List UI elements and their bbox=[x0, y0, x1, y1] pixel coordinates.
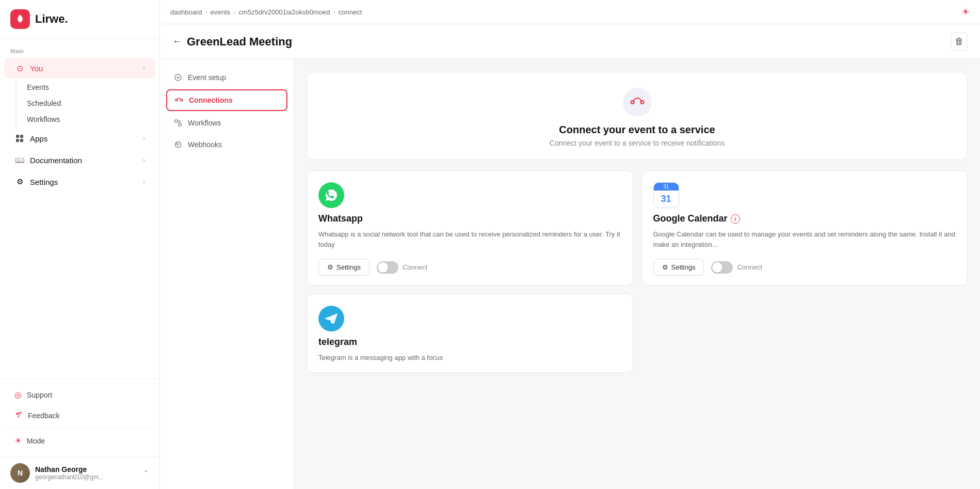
svg-rect-2 bbox=[20, 135, 23, 138]
sidebar-item-mode[interactable]: ☀ Mode bbox=[4, 428, 155, 451]
telegram-name: telegram bbox=[318, 337, 621, 348]
whatsapp-settings-button[interactable]: ⚙ Settings bbox=[318, 259, 369, 276]
whatsapp-connect-label: Connect bbox=[403, 263, 427, 271]
svg-point-7 bbox=[175, 99, 178, 101]
svg-point-14 bbox=[640, 101, 644, 104]
you-icon: ⊙ bbox=[14, 63, 25, 73]
svg-point-8 bbox=[181, 99, 183, 101]
workflows-icon bbox=[173, 118, 183, 128]
left-nav-connections-label: Connections bbox=[189, 96, 233, 104]
settings-chevron: › bbox=[143, 178, 145, 185]
logo-icon bbox=[10, 9, 30, 29]
content-area: Event setup Connections bbox=[160, 59, 980, 489]
gcal-name: Google Calendar i bbox=[653, 213, 956, 224]
support-icon: ◎ bbox=[14, 390, 22, 400]
left-nav-webhooks-label: Webhooks bbox=[188, 140, 222, 149]
breadcrumb-sep-2: › bbox=[233, 8, 235, 16]
apps-chevron: › bbox=[143, 135, 145, 142]
sidebar-bottom: ◎ Support Feedback ☀ Mode bbox=[0, 378, 159, 456]
user-avatar: N bbox=[10, 463, 30, 483]
sidebar-mode-label: Mode bbox=[27, 437, 45, 445]
user-section[interactable]: N Nathan George georgenathan010@gm... ⌃ bbox=[0, 456, 159, 489]
sidebar-item-you[interactable]: ⊙ You › bbox=[4, 58, 155, 78]
sidebar-apps-label: Apps bbox=[30, 134, 138, 143]
gcal-connect-action: Connect bbox=[711, 261, 762, 274]
user-expand-icon: ⌃ bbox=[143, 469, 149, 477]
you-sub-group: Events Scheduled Workflows bbox=[0, 79, 159, 128]
delete-button[interactable]: 🗑 bbox=[951, 33, 968, 51]
svg-point-0 bbox=[19, 18, 22, 21]
sidebar-main-label: Main bbox=[0, 39, 159, 57]
sidebar-logo: Lirwe. bbox=[0, 0, 159, 39]
webhooks-icon bbox=[173, 140, 183, 149]
connect-title: Connect your event to a service bbox=[317, 124, 957, 136]
doc-chevron: › bbox=[143, 156, 145, 164]
whatsapp-desc: Whatsapp is a social network tool that c… bbox=[318, 229, 621, 249]
svg-point-6 bbox=[177, 76, 179, 78]
whatsapp-connect-action: Connect bbox=[377, 261, 427, 274]
documentation-icon: 📖 bbox=[14, 155, 25, 165]
breadcrumb-dashboard[interactable]: dashboard bbox=[170, 8, 202, 16]
breadcrumb-events[interactable]: events bbox=[211, 8, 230, 16]
gcal-connect-label: Connect bbox=[737, 263, 762, 271]
telegram-card: telegram Telegram is a messaging app wit… bbox=[307, 294, 633, 373]
svg-point-13 bbox=[631, 101, 634, 104]
apps-icon bbox=[14, 133, 25, 144]
telegram-desc: Telegram is a messaging app with a focus bbox=[318, 353, 621, 363]
breadcrumb-sep-1: › bbox=[205, 8, 207, 16]
sidebar-item-workflows[interactable]: Workflows bbox=[4, 112, 155, 127]
sidebar-item-feedback[interactable]: Feedback bbox=[4, 405, 155, 426]
telegram-icon bbox=[318, 306, 344, 332]
services-grid: Whatsapp Whatsapp is a social network to… bbox=[307, 170, 968, 373]
left-nav-webhooks[interactable]: Webhooks bbox=[166, 135, 287, 154]
logo-text: Lirwe. bbox=[35, 12, 68, 26]
sidebar: Lirwe. Main ⊙ You › Events Scheduled Wor… bbox=[0, 0, 160, 489]
gcal-settings-gear-icon: ⚙ bbox=[662, 263, 668, 271]
whatsapp-name: Whatsapp bbox=[318, 213, 621, 224]
sidebar-feedback-label: Feedback bbox=[28, 412, 59, 420]
mode-icon: ☀ bbox=[14, 436, 22, 446]
connect-icon-wrap bbox=[623, 88, 652, 117]
connect-header: Connect your event to a service Connect … bbox=[307, 72, 968, 160]
left-nav-workflows-label: Workflows bbox=[188, 119, 221, 127]
sidebar-support-label: Support bbox=[27, 391, 52, 399]
left-nav-workflows[interactable]: Workflows bbox=[166, 113, 287, 133]
left-nav-event-setup-label: Event setup bbox=[188, 73, 226, 82]
breadcrumb-connect[interactable]: connect bbox=[339, 8, 362, 16]
theme-toggle-icon[interactable]: ☀ bbox=[961, 6, 970, 18]
breadcrumb: dashboard › events › cm5z5drv20001ia2okv… bbox=[170, 8, 362, 16]
sidebar-item-settings[interactable]: ⚙ Settings › bbox=[4, 171, 155, 192]
gcal-body: 31 bbox=[654, 191, 679, 208]
feedback-icon bbox=[14, 411, 23, 421]
connections-icon bbox=[174, 96, 184, 105]
google-calendar-card: 31 31 Google Calendar i Google Calendar … bbox=[641, 170, 968, 286]
page-header: ← GreenLead Meeting 🗑 bbox=[160, 24, 980, 59]
gcal-toggle[interactable] bbox=[711, 261, 733, 274]
left-nav-event-setup[interactable]: Event setup bbox=[166, 68, 287, 87]
svg-rect-4 bbox=[20, 139, 23, 142]
sidebar-item-documentation[interactable]: 📖 Documentation › bbox=[4, 150, 155, 170]
breadcrumb-sep-3: › bbox=[333, 8, 335, 16]
svg-point-12 bbox=[178, 144, 179, 146]
sidebar-item-support[interactable]: ◎ Support bbox=[4, 385, 155, 405]
gcal-top-bar: 31 bbox=[654, 183, 679, 191]
sidebar-item-events[interactable]: Events bbox=[4, 80, 155, 95]
sidebar-item-apps[interactable]: Apps › bbox=[4, 128, 155, 149]
gcal-icon: 31 31 bbox=[653, 182, 679, 208]
sidebar-doc-label: Documentation bbox=[30, 156, 138, 165]
page-header-left: ← GreenLead Meeting bbox=[172, 35, 292, 49]
left-nav: Event setup Connections bbox=[160, 59, 294, 489]
whatsapp-toggle[interactable] bbox=[377, 261, 398, 274]
back-button[interactable]: ← bbox=[172, 36, 182, 47]
event-setup-icon bbox=[173, 73, 183, 82]
breadcrumb-event-id[interactable]: cm5z5drv20001ia2okvb0moed bbox=[238, 8, 330, 16]
user-email: georgenathan010@gm... bbox=[35, 474, 138, 481]
gcal-info-icon[interactable]: i bbox=[731, 214, 740, 224]
cards-area: Connect your event to a service Connect … bbox=[294, 59, 980, 489]
gcal-settings-button[interactable]: ⚙ Settings bbox=[653, 259, 704, 276]
you-chevron: › bbox=[143, 65, 145, 72]
left-nav-connections[interactable]: Connections bbox=[166, 89, 287, 111]
sidebar-item-scheduled[interactable]: Scheduled bbox=[4, 96, 155, 111]
gcal-desc: Google Calendar can be used to manage yo… bbox=[653, 229, 956, 249]
gcal-actions: ⚙ Settings Connect bbox=[653, 259, 956, 276]
